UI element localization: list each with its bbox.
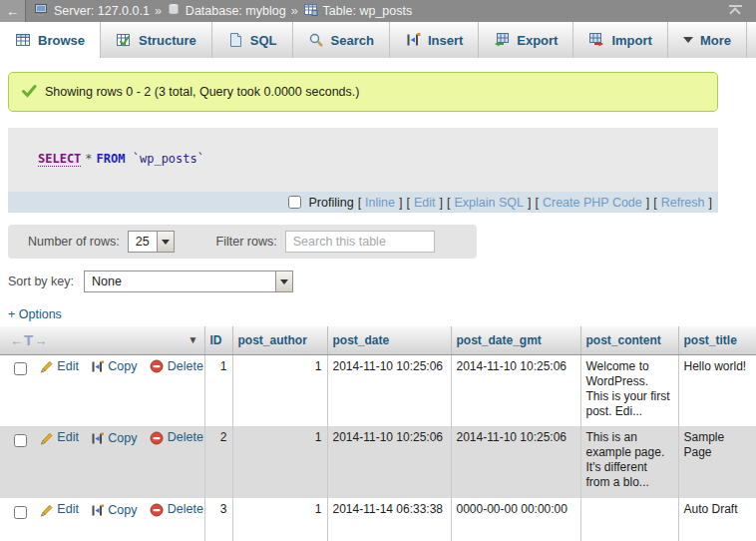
browse-icon: [15, 32, 31, 48]
delete-button[interactable]: Delete: [150, 430, 203, 445]
cell-post-date-gmt[interactable]: 0000-00-00 00:00:00: [451, 498, 580, 541]
cell-id[interactable]: 1: [204, 354, 232, 426]
cell-id[interactable]: 2: [204, 426, 232, 498]
tab-label: Browse: [38, 33, 85, 48]
table-row: Edit Copy Delete 1 1 2014-11-10 10:25:06…: [0, 354, 756, 426]
back-arrow-icon: ←: [6, 4, 19, 19]
delete-button[interactable]: Delete: [150, 502, 203, 517]
pencil-icon: [39, 503, 53, 517]
create-php-code-link[interactable]: Create PHP Code: [543, 196, 642, 210]
sql-query-text: SELECT*FROM `wp_posts`: [8, 128, 718, 192]
cell-id[interactable]: 3: [204, 498, 232, 541]
server-icon: [34, 2, 49, 20]
tab-label: Structure: [139, 33, 196, 48]
copy-button[interactable]: Copy: [91, 503, 137, 518]
filter-rows-input[interactable]: [285, 231, 435, 253]
sort-row: Sort by key: None: [8, 269, 756, 294]
table-icon: [303, 2, 318, 20]
sort-by-key-select[interactable]: None: [84, 270, 293, 292]
cell-post-author[interactable]: 1: [232, 498, 327, 541]
edit-button[interactable]: Edit: [39, 502, 79, 517]
pencil-icon: [39, 431, 53, 445]
sql-star: *: [81, 152, 96, 166]
tab-label: Import: [611, 33, 651, 48]
select-arrow-icon: [275, 271, 292, 291]
cell-post-content[interactable]: This is an example page. It's different …: [580, 426, 678, 498]
edit-button[interactable]: Edit: [39, 359, 79, 374]
delete-icon: [150, 359, 164, 373]
cell-post-content[interactable]: Welcome to WordPress. This is your first…: [580, 354, 678, 426]
delete-icon: [150, 503, 164, 517]
refresh-link[interactable]: Refresh: [661, 196, 705, 210]
cell-post-date[interactable]: 2014-11-10 10:25:06: [327, 426, 451, 498]
tab-browse[interactable]: Browse: [0, 22, 101, 58]
explain-sql-link[interactable]: Explain SQL: [454, 196, 523, 210]
tab-export[interactable]: Export: [479, 22, 573, 58]
breadcrumb-bar: ← Server: 127.0.0.1 » Database: myblog »…: [0, 0, 756, 22]
tab-search[interactable]: Search: [293, 22, 390, 58]
tab-insert[interactable]: Insert: [390, 22, 479, 58]
profiling-checkbox[interactable]: [288, 196, 301, 209]
success-message-text: Showing rows 0 - 2 (3 total, Query took …: [45, 85, 359, 99]
copy-icon: [91, 504, 104, 517]
export-icon: [494, 32, 510, 48]
insert-icon: [405, 32, 421, 48]
sort-dropdown-icon[interactable]: ▼: [189, 334, 198, 345]
tab-more[interactable]: More: [668, 22, 747, 58]
column-marker-control[interactable]: ←T→: [10, 331, 48, 348]
copy-button[interactable]: Copy: [91, 431, 137, 446]
breadcrumb-database[interactable]: Database: myblog: [186, 4, 286, 18]
database-icon: [167, 2, 181, 20]
row-checkbox[interactable]: [14, 506, 27, 519]
cell-post-author[interactable]: 1: [232, 354, 327, 426]
tab-structure[interactable]: Structure: [101, 22, 212, 58]
cell-post-title[interactable]: Auto Draft: [678, 498, 756, 541]
cell-post-title[interactable]: Hello world!: [678, 354, 756, 426]
tab-label: Insert: [428, 33, 463, 48]
column-header-post-content[interactable]: post_content: [580, 326, 678, 354]
actions-header: ←T→ ▼: [0, 326, 204, 354]
cell-post-title[interactable]: Sample Page: [678, 426, 756, 498]
structure-icon: [116, 32, 132, 48]
sql-keyword-from: FROM: [97, 152, 126, 166]
row-checkbox[interactable]: [14, 434, 27, 447]
tab-bar: Browse Structure SQL Search Insert Expor…: [0, 22, 756, 58]
delete-button[interactable]: Delete: [150, 359, 203, 374]
row-checkbox[interactable]: [14, 362, 27, 375]
cell-post-date[interactable]: 2014-11-14 06:33:38: [327, 498, 451, 541]
cell-post-date[interactable]: 2014-11-10 10:25:06: [327, 354, 451, 426]
table-row: Edit Copy Delete 3 1 2014-11-14 06:33:38…: [0, 498, 756, 541]
breadcrumb-table[interactable]: Table: wp_posts: [323, 4, 413, 18]
search-icon: [308, 32, 324, 48]
column-header-post-date-gmt[interactable]: post_date_gmt: [451, 326, 580, 354]
edit-query-link[interactable]: Edit: [414, 196, 436, 210]
inline-link[interactable]: Inline: [365, 196, 395, 210]
options-toggle[interactable]: + Options: [8, 307, 62, 321]
success-message: Showing rows 0 - 2 (3 total, Query took …: [8, 72, 718, 112]
number-of-rows-label: Number of rows:: [28, 235, 120, 249]
pencil-icon: [39, 359, 53, 373]
cell-post-content[interactable]: [580, 498, 678, 541]
column-header-post-date[interactable]: post_date: [327, 326, 451, 354]
sql-keyword-select[interactable]: SELECT: [38, 152, 81, 167]
delete-icon: [150, 431, 164, 445]
cell-post-author[interactable]: 1: [232, 426, 327, 498]
copy-button[interactable]: Copy: [91, 359, 137, 374]
edit-button[interactable]: Edit: [39, 430, 79, 445]
breadcrumb-server[interactable]: Server: 127.0.0.1: [54, 4, 150, 18]
column-header-post-title[interactable]: post_title: [678, 326, 756, 354]
nav-panel-toggle-button[interactable]: ←: [0, 0, 26, 22]
filter-rows-label: Filter rows:: [216, 235, 277, 249]
number-of-rows-select[interactable]: 25: [128, 231, 175, 253]
tab-label: Search: [331, 33, 374, 48]
tab-import[interactable]: Import: [573, 22, 667, 58]
cell-post-date-gmt[interactable]: 2014-11-10 10:25:06: [451, 426, 580, 498]
column-header-id[interactable]: ID: [204, 326, 232, 354]
column-header-post-author[interactable]: post_author: [232, 326, 327, 354]
tab-label: Export: [517, 33, 558, 48]
cell-post-date-gmt[interactable]: 2014-11-10 10:25:06: [451, 354, 580, 426]
tab-label: SQL: [250, 33, 277, 48]
tab-sql[interactable]: SQL: [212, 22, 293, 58]
collapse-icon[interactable]: [722, 5, 748, 17]
sql-table-ref: `wp_posts`: [133, 152, 204, 166]
